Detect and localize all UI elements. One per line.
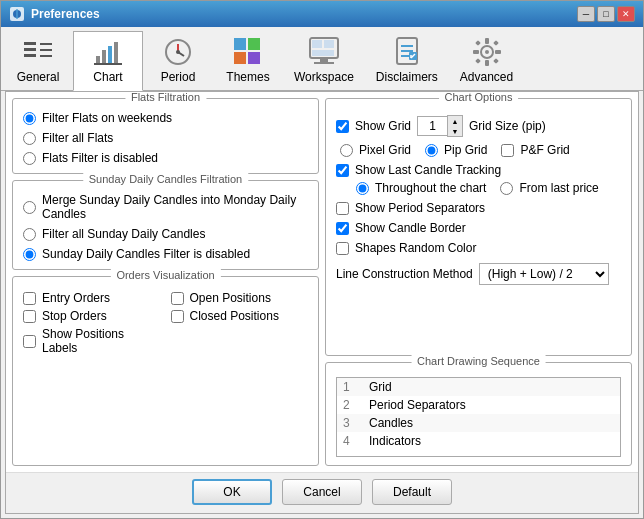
pnf-grid-checkbox[interactable] [501, 144, 514, 157]
show-period-separators-checkbox[interactable] [336, 202, 349, 215]
maximize-button[interactable]: □ [597, 6, 615, 22]
filter-weekends-option[interactable]: Filter Flats on weekends [23, 111, 308, 125]
grid-size-up[interactable]: ▲ [448, 116, 462, 126]
default-button[interactable]: Default [372, 479, 452, 505]
merge-monday-radio[interactable] [23, 201, 36, 214]
grid-type-row: Pixel Grid Pip Grid P&F Grid [340, 143, 621, 157]
flats-filtration-group: Flats Filtration Filter Flats on weekend… [12, 98, 319, 174]
closed-positions-checkbox[interactable] [171, 310, 184, 323]
ok-button[interactable]: OK [192, 479, 272, 505]
filter-all-flats-label: Filter all Flats [42, 131, 113, 145]
svg-rect-18 [234, 38, 246, 50]
tab-themes[interactable]: Themes [213, 31, 283, 90]
from-last-price-label: From last price [519, 181, 598, 195]
show-positions-labels-checkbox[interactable] [23, 335, 36, 348]
open-positions-option[interactable]: Open Positions [171, 291, 309, 305]
stop-orders-checkbox[interactable] [23, 310, 36, 323]
themes-icon [232, 36, 264, 68]
tab-period[interactable]: Period [143, 31, 213, 90]
svg-rect-25 [312, 50, 334, 56]
shapes-random-option[interactable]: Shapes Random Color [336, 241, 621, 255]
shapes-random-section: Shapes Random Color [336, 241, 621, 255]
open-positions-checkbox[interactable] [171, 292, 184, 305]
sunday-disabled-radio[interactable] [23, 248, 36, 261]
svg-rect-12 [114, 42, 118, 64]
close-button[interactable]: ✕ [617, 6, 635, 22]
list-item[interactable]: 2 Period Separators [337, 396, 620, 414]
app-icon [9, 6, 25, 22]
filter-all-flats-radio[interactable] [23, 132, 36, 145]
sunday-disabled-option[interactable]: Sunday Daily Candles Filter is disabled [23, 247, 308, 261]
filter-all-sunday-option[interactable]: Filter all Sunday Daily Candles [23, 227, 308, 241]
entry-orders-checkbox[interactable] [23, 292, 36, 305]
preferences-window: Preferences ─ □ ✕ General [0, 0, 644, 519]
workspace-icon [308, 36, 340, 68]
sunday-candles-radio-group: Merge Sunday Daily Candles into Monday D… [23, 193, 308, 261]
drawing-sequence-group: Chart Drawing Sequence 1 Grid 2 Period S… [325, 362, 632, 466]
show-positions-labels-option[interactable]: Show Positions Labels [23, 327, 161, 355]
filter-weekends-radio[interactable] [23, 112, 36, 125]
svg-rect-20 [234, 52, 246, 64]
grid-size-down[interactable]: ▼ [448, 126, 462, 136]
svg-rect-37 [485, 38, 489, 44]
throughout-chart-radio[interactable] [356, 182, 369, 195]
svg-rect-11 [108, 46, 112, 64]
closed-positions-option[interactable]: Closed Positions [171, 309, 309, 323]
drawing-sequence-list[interactable]: 1 Grid 2 Period Separators 3 Candles 4 [336, 377, 621, 457]
show-last-candle-option[interactable]: Show Last Candle Tracking [336, 163, 621, 177]
flats-disabled-label: Flats Filter is disabled [42, 151, 158, 165]
tab-workspace[interactable]: Workspace [283, 31, 365, 90]
list-item-label: Period Separators [369, 398, 466, 412]
pixel-grid-option[interactable]: Pixel Grid [340, 143, 411, 157]
grid-size-input[interactable] [417, 116, 447, 136]
show-grid-option[interactable]: Show Grid [336, 119, 411, 133]
svg-rect-21 [248, 52, 260, 64]
flats-disabled-option[interactable]: Flats Filter is disabled [23, 151, 308, 165]
merge-monday-option[interactable]: Merge Sunday Daily Candles into Monday D… [23, 193, 308, 221]
minimize-button[interactable]: ─ [577, 6, 595, 22]
svg-rect-41 [475, 40, 481, 46]
svg-rect-9 [96, 56, 100, 64]
svg-rect-43 [475, 58, 481, 64]
pixel-grid-radio[interactable] [340, 144, 353, 157]
tab-chart-label: Chart [93, 70, 122, 84]
list-item[interactable]: 4 Indicators [337, 432, 620, 450]
filter-all-flats-option[interactable]: Filter all Flats [23, 131, 308, 145]
tab-workspace-label: Workspace [294, 70, 354, 84]
tab-period-label: Period [161, 70, 196, 84]
tab-disclaimers[interactable]: Disclaimers [365, 31, 449, 90]
stop-orders-option[interactable]: Stop Orders [23, 309, 161, 323]
sunday-candles-group: Sunday Daily Candles Filtration Merge Su… [12, 180, 319, 270]
list-item-label: Candles [369, 416, 413, 430]
show-last-candle-checkbox[interactable] [336, 164, 349, 177]
cancel-button[interactable]: Cancel [282, 479, 362, 505]
shapes-random-checkbox[interactable] [336, 242, 349, 255]
tab-general-label: General [17, 70, 60, 84]
pnf-grid-option[interactable]: P&F Grid [501, 143, 569, 157]
filter-all-sunday-radio[interactable] [23, 228, 36, 241]
show-candle-border-option[interactable]: Show Candle Border [336, 221, 621, 235]
general-icon [22, 36, 54, 68]
tab-chart[interactable]: Chart [73, 31, 143, 91]
tab-advanced[interactable]: Advanced [449, 31, 524, 90]
list-item[interactable]: 1 Grid [337, 378, 620, 396]
show-candle-border-checkbox[interactable] [336, 222, 349, 235]
flats-radio-group: Filter Flats on weekends Filter all Flat… [23, 111, 308, 165]
entry-orders-option[interactable]: Entry Orders [23, 291, 161, 305]
show-period-separators-label: Show Period Separators [355, 201, 485, 215]
flats-disabled-radio[interactable] [23, 152, 36, 165]
pip-grid-option[interactable]: Pip Grid [425, 143, 487, 157]
list-item-num: 1 [343, 380, 359, 394]
tab-general[interactable]: General [3, 31, 73, 90]
list-item[interactable]: 3 Candles [337, 414, 620, 432]
from-last-price-option[interactable]: From last price [500, 181, 598, 195]
pip-grid-radio[interactable] [425, 144, 438, 157]
from-last-price-radio[interactable] [500, 182, 513, 195]
throughout-chart-option[interactable]: Throughout the chart [356, 181, 486, 195]
show-grid-checkbox[interactable] [336, 120, 349, 133]
orders-checkboxes: Entry Orders Open Positions Stop Orders [23, 291, 308, 355]
svg-rect-4 [24, 48, 36, 51]
stop-orders-label: Stop Orders [42, 309, 107, 323]
line-construction-select[interactable]: (High + Low) / 2 Close Open [479, 263, 609, 285]
show-period-separators-option[interactable]: Show Period Separators [336, 201, 621, 215]
